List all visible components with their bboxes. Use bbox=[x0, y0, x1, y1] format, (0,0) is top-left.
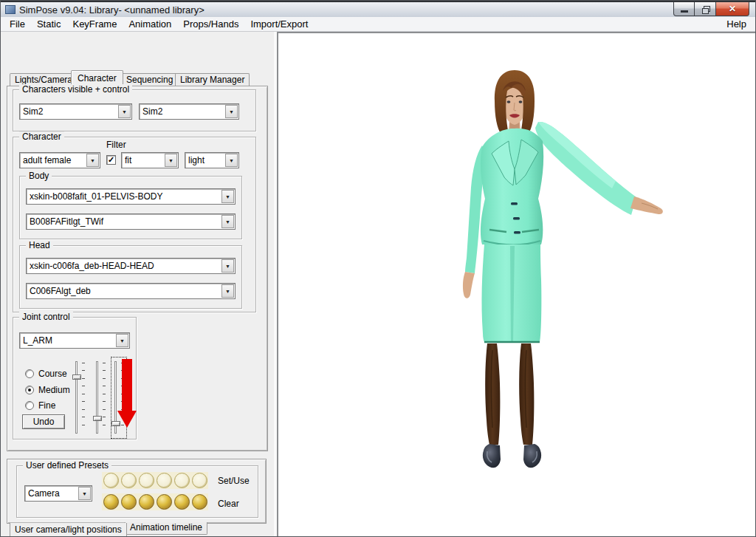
radio-selected-icon[interactable] bbox=[25, 386, 34, 394]
head-texture-combo[interactable]: C006FAlgt_deb ▼ bbox=[26, 283, 236, 299]
tab-library-manager[interactable]: Library Manager bbox=[175, 73, 250, 86]
preset-empty-icon bbox=[174, 473, 190, 488]
preset-ball-3[interactable] bbox=[137, 493, 155, 510]
light-filter-value: light bbox=[188, 155, 224, 165]
preset-filled-icon bbox=[121, 494, 137, 510]
characters-visible-group: Characters visible + control Sim2 ▼ Sim2… bbox=[13, 89, 256, 131]
slider-track[interactable] bbox=[96, 361, 98, 434]
character-type-combo[interactable]: adult female ▼ bbox=[19, 152, 100, 168]
menu-item-props-hands[interactable]: Props/Hands bbox=[177, 18, 244, 30]
body-group: Body xskin-b008fafit_01-PELVIS-BODY ▼ B0… bbox=[19, 176, 242, 239]
character-group: Character adult female ▼ Filter ✓ fit ▼ … bbox=[13, 137, 256, 312]
minimize-button[interactable] bbox=[673, 2, 695, 16]
control-panel: Lights/Camera Character Sequencing Libra… bbox=[1, 32, 277, 536]
preset-slot-5[interactable] bbox=[173, 472, 190, 489]
preset-clear-row bbox=[102, 493, 208, 510]
chevron-down-icon[interactable]: ▼ bbox=[116, 334, 128, 347]
user-presets-label: User defined Presets bbox=[23, 460, 111, 471]
preset-slot-4[interactable] bbox=[155, 472, 173, 489]
sim-visible-combo[interactable]: Sim2 ▼ bbox=[19, 103, 132, 120]
chevron-down-icon[interactable]: ▼ bbox=[221, 190, 234, 203]
title-bar: SimPose v9.04: Library- <unnamed library… bbox=[1, 1, 755, 17]
light-filter-combo[interactable]: light ▼ bbox=[185, 152, 239, 168]
preset-empty-icon bbox=[121, 473, 137, 488]
precision-fine-option[interactable]: Fine bbox=[21, 400, 55, 411]
app-window: SimPose v9.04: Library- <unnamed library… bbox=[0, 0, 756, 537]
preset-filled-icon bbox=[192, 494, 207, 510]
precision-course-option[interactable]: Course bbox=[21, 369, 67, 379]
menu-item-import-export[interactable]: Import/Export bbox=[244, 18, 314, 30]
preset-slot-2[interactable] bbox=[120, 472, 137, 489]
set-use-label: Set/Use bbox=[218, 476, 250, 486]
preset-empty-icon bbox=[103, 473, 119, 488]
chevron-down-icon[interactable]: ▼ bbox=[221, 215, 234, 228]
preset-set-row bbox=[102, 472, 208, 489]
close-button[interactable]: ✕ bbox=[716, 2, 749, 16]
radio-icon[interactable] bbox=[25, 369, 34, 378]
slider-track[interactable] bbox=[75, 361, 78, 434]
viewport-3d[interactable] bbox=[277, 32, 755, 536]
fit-filter-combo[interactable]: fit ▼ bbox=[121, 152, 179, 168]
chevron-down-icon[interactable]: ▼ bbox=[165, 154, 177, 167]
joint-control-label: Joint control bbox=[19, 312, 73, 322]
preset-empty-icon bbox=[192, 473, 207, 488]
preset-ball-4[interactable] bbox=[155, 493, 173, 510]
clear-label: Clear bbox=[218, 499, 239, 509]
user-presets-group: User defined Presets Camera ▼ bbox=[16, 465, 258, 518]
chevron-down-icon[interactable]: ▼ bbox=[225, 154, 238, 167]
precision-medium-option[interactable]: Medium bbox=[21, 385, 70, 395]
preset-slot-3[interactable] bbox=[137, 472, 155, 489]
menu-item-help[interactable]: Help bbox=[721, 18, 752, 30]
menu-item-static[interactable]: Static bbox=[31, 18, 67, 30]
body-texture-combo[interactable]: B008FAFitlgt_TWif ▼ bbox=[26, 213, 236, 230]
red-arrow-shaft bbox=[122, 359, 132, 411]
body-mesh-combo[interactable]: xskin-b008fafit_01-PELVIS-BODY ▼ bbox=[26, 188, 236, 205]
chevron-down-icon[interactable]: ▼ bbox=[118, 105, 131, 118]
tab-animation-timeline[interactable]: Animation timeline bbox=[125, 522, 207, 535]
preset-ball-2[interactable] bbox=[120, 493, 137, 510]
joint-combo[interactable]: L_ARM ▼ bbox=[19, 332, 130, 349]
precision-course-label: Course bbox=[38, 369, 67, 379]
main-area: Lights/Camera Character Sequencing Libra… bbox=[1, 32, 755, 536]
preset-ball-5[interactable] bbox=[173, 493, 190, 510]
chevron-down-icon[interactable]: ▼ bbox=[78, 487, 91, 500]
preset-ball-6[interactable] bbox=[190, 493, 208, 510]
preset-empty-icon bbox=[157, 473, 172, 488]
chevron-down-icon[interactable]: ▼ bbox=[86, 154, 99, 167]
close-icon: ✕ bbox=[729, 4, 736, 13]
app-icon bbox=[5, 5, 16, 14]
radio-icon[interactable] bbox=[25, 401, 34, 410]
slider-thumb[interactable] bbox=[72, 374, 81, 380]
preset-slot-6[interactable] bbox=[190, 472, 208, 489]
joint-slider-x[interactable] bbox=[72, 361, 87, 434]
precision-medium-label: Medium bbox=[38, 385, 70, 395]
preset-filled-icon bbox=[103, 494, 119, 510]
window-controls: ✕ bbox=[673, 2, 749, 16]
character-type-value: adult female bbox=[23, 155, 85, 165]
menu-item-file[interactable]: File bbox=[4, 18, 31, 30]
chevron-down-icon[interactable]: ▼ bbox=[221, 284, 234, 298]
filter-label: Filter bbox=[106, 140, 126, 150]
sim-control-combo[interactable]: Sim2 ▼ bbox=[139, 103, 239, 120]
menu-item-animation[interactable]: Animation bbox=[123, 18, 177, 30]
chevron-down-icon[interactable]: ▼ bbox=[225, 105, 238, 118]
preset-slot-1[interactable] bbox=[102, 472, 120, 489]
undo-button[interactable]: Undo bbox=[22, 414, 65, 429]
head-mesh-combo[interactable]: xskin-c006fa_deb-HEAD-HEAD ▼ bbox=[26, 258, 236, 274]
restore-button[interactable] bbox=[695, 2, 716, 16]
character-render bbox=[438, 58, 681, 487]
sim-control-value: Sim2 bbox=[142, 106, 224, 117]
slider-ticks bbox=[103, 363, 106, 432]
joint-slider-y[interactable] bbox=[93, 361, 108, 434]
body-group-label: Body bbox=[26, 171, 52, 181]
joint-value: L_ARM bbox=[23, 335, 114, 346]
preset-target-combo[interactable]: Camera ▼ bbox=[24, 485, 92, 502]
body-texture-value: B008FAFitlgt_TWif bbox=[30, 216, 220, 227]
joint-control-group: Joint control L_ARM ▼ Course Medium Fine bbox=[13, 317, 137, 439]
slider-thumb[interactable] bbox=[93, 416, 102, 421]
preset-ball-1[interactable] bbox=[102, 493, 120, 510]
tab-user-camera-light-positions[interactable]: User camera/light positions bbox=[10, 523, 127, 537]
chevron-down-icon[interactable]: ▼ bbox=[221, 259, 234, 273]
menu-item-keyframe[interactable]: KeyFrame bbox=[66, 18, 123, 30]
filter-checkbox[interactable]: ✓ bbox=[106, 155, 116, 165]
